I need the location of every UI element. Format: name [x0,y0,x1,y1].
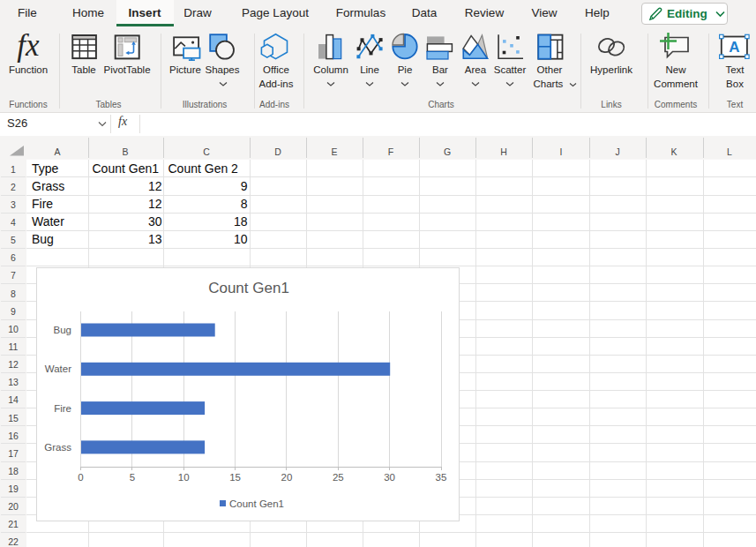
svg-text:Water: Water [45,363,71,374]
svg-text:Editing: Editing [667,7,707,20]
svg-text:21: 21 [8,519,19,529]
svg-text:3: 3 [11,199,16,210]
svg-text:C: C [203,146,210,157]
svg-text:A: A [729,39,739,56]
svg-text:F: F [388,146,393,157]
svg-text:10: 10 [234,232,248,246]
svg-text:12: 12 [148,197,162,211]
svg-text:12: 12 [148,179,162,193]
svg-text:7: 7 [11,270,16,281]
svg-text:fx: fx [17,28,40,63]
svg-text:Fire: Fire [32,197,53,211]
svg-text:18: 18 [8,466,19,476]
svg-text:H: H [500,146,507,157]
svg-text:8: 8 [11,288,16,299]
svg-text:2: 2 [11,182,16,192]
svg-text:Count Gen1: Count Gen1 [208,280,289,296]
svg-text:Fire: Fire [54,403,71,414]
svg-text:30: 30 [384,472,395,483]
svg-text:Water: Water [32,214,64,229]
svg-text:Count Gen1: Count Gen1 [93,161,160,176]
svg-text:Count Gen1: Count Gen1 [229,498,284,509]
svg-text:18: 18 [234,214,248,229]
svg-text:15: 15 [229,472,241,483]
svg-text:J: J [615,146,619,157]
svg-text:G: G [444,146,451,157]
svg-text:22: 22 [8,536,19,547]
svg-text:5: 5 [11,235,16,245]
svg-text:13: 13 [148,232,162,246]
svg-text:9: 9 [241,179,248,193]
svg-text:17: 17 [8,448,19,459]
svg-text:A: A [54,146,60,157]
svg-text:9: 9 [11,306,16,317]
svg-text:25: 25 [333,472,344,483]
svg-text:Count Gen 2: Count Gen 2 [168,161,239,176]
svg-text:Bug: Bug [32,232,54,246]
svg-text:12: 12 [8,359,19,370]
svg-text:1: 1 [11,164,16,175]
svg-text:30: 30 [148,214,162,229]
svg-text:Grass: Grass [44,442,71,453]
svg-text:16: 16 [8,431,19,441]
svg-text:E: E [331,146,337,157]
svg-text:I: I [560,146,563,157]
svg-text:4: 4 [11,217,16,228]
svg-text:10: 10 [178,472,190,483]
svg-text:8: 8 [241,197,248,211]
svg-text:Type: Type [32,161,59,176]
svg-text:10: 10 [8,324,19,334]
svg-text:19: 19 [8,483,19,494]
svg-text:D: D [274,146,281,157]
svg-text:14: 14 [8,394,19,405]
svg-text:20: 20 [281,472,293,483]
svg-text:35: 35 [436,472,447,483]
svg-text:B: B [122,146,128,157]
svg-text:6: 6 [11,252,16,263]
svg-text:L: L [727,146,732,157]
svg-text:11: 11 [9,341,19,352]
svg-text:Grass: Grass [32,179,64,193]
svg-text:K: K [670,146,677,157]
svg-text:Bug: Bug [54,325,71,335]
svg-text:13: 13 [8,377,19,387]
svg-text:15: 15 [8,413,19,423]
svg-text:20: 20 [8,501,19,512]
svg-text:0: 0 [78,472,83,483]
svg-text:5: 5 [130,472,135,483]
